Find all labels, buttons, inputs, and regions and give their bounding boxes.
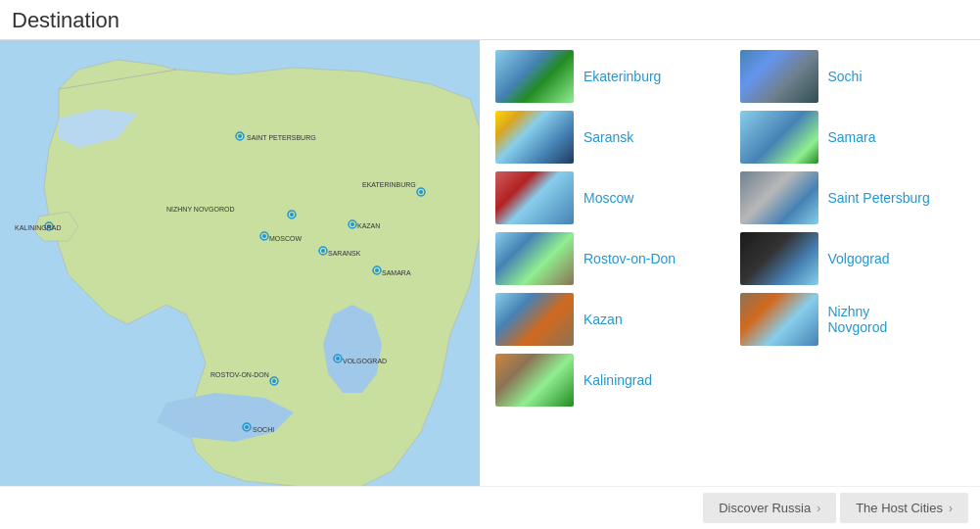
svg-point-11 [419,190,423,194]
russia-map: SAINT PETERSBURG KALININGRAD NIZHNY NOVG… [0,40,480,486]
svg-point-20 [321,249,325,253]
city-name-saransk[interactable]: Saransk [583,129,633,145]
city-name-kazan[interactable]: Kazan [583,312,623,327]
city-name-saint-petersburg[interactable]: Saint Petersburg [828,190,930,206]
city-thumb-ekaterinburg [495,50,574,103]
svg-point-2 [238,134,242,138]
city-item-saransk[interactable]: Saransk [495,111,721,164]
city-name-moscow[interactable]: Moscow [583,190,633,206]
host-cities-label: The Host Cities [856,501,943,515]
svg-point-8 [290,213,294,216]
city-item-nizhny[interactable]: NizhnyNovgorod [740,293,965,346]
page-container: Destination [0,0,980,529]
svg-text:MOSCOW: MOSCOW [269,235,302,242]
main-content: SAINT PETERSBURG KALININGRAD NIZHNY NOVG… [0,40,980,486]
city-thumb-volgograd [740,232,818,285]
city-thumb-saint-petersburg [740,171,818,224]
city-thumb-rostov [495,232,574,285]
city-item-kazan[interactable]: Kazan [495,293,721,346]
city-list-section: Ekaterinburg Saransk Moscow Rostov-on-Do… [480,40,980,486]
city-thumb-kazan [495,293,574,346]
city-item-saint-petersburg[interactable]: Saint Petersburg [740,171,965,224]
city-item-rostov[interactable]: Rostov-on-Don [495,232,721,285]
svg-text:SAMARA: SAMARA [382,269,411,276]
city-grid: Ekaterinburg Saransk Moscow Rostov-on-Do… [495,50,964,476]
svg-point-32 [245,425,249,429]
svg-text:ROSTOV-ON-DON: ROSTOV-ON-DON [210,371,269,378]
svg-point-17 [350,222,354,226]
discover-russia-label: Discover Russia [719,501,811,515]
city-thumb-moscow [495,171,574,224]
city-name-kaliningrad[interactable]: Kaliningrad [583,372,652,388]
svg-point-26 [336,357,340,361]
discover-russia-button[interactable]: Discover Russia › [703,493,836,523]
svg-text:KAZAN: KAZAN [357,222,380,229]
svg-point-23 [375,268,379,272]
svg-text:KALININGRAD: KALININGRAD [15,224,61,231]
city-item-volgograd[interactable]: Volgograd [740,232,965,285]
city-item-ekaterinburg[interactable]: Ekaterinburg [495,50,721,103]
city-item-samara[interactable]: Samara [740,111,965,164]
page-header: Destination [0,0,980,40]
city-item-moscow[interactable]: Moscow [495,171,721,224]
svg-text:NIZHNY NOVGOROD: NIZHNY NOVGOROD [166,206,235,213]
city-thumb-nizhny [740,293,818,346]
chevron-right-icon: › [817,502,820,515]
city-name-samara[interactable]: Samara [828,129,876,145]
city-thumb-saransk [495,111,574,164]
city-name-nizhny[interactable]: NizhnyNovgorod [828,304,888,335]
svg-text:SAINT PETERSBURG: SAINT PETERSBURG [247,134,316,141]
city-thumb-kaliningrad [495,354,574,407]
svg-text:SARANSK: SARANSK [328,250,361,257]
city-name-rostov[interactable]: Rostov-on-Don [583,251,676,266]
city-name-ekaterinburg[interactable]: Ekaterinburg [583,69,661,84]
map-section: SAINT PETERSBURG KALININGRAD NIZHNY NOVG… [0,40,480,486]
chevron-right-icon-2: › [949,502,953,515]
svg-point-29 [272,379,276,383]
svg-text:VOLGOGRAD: VOLGOGRAD [343,358,387,364]
footer-buttons: Discover Russia › The Host Cities › [0,486,980,529]
city-name-sochi[interactable]: Sochi [828,69,863,84]
city-thumb-samara [740,111,818,164]
svg-text:EKATERINBURG: EKATERINBURG [362,181,416,188]
svg-text:SOCHI: SOCHI [253,426,274,433]
host-cities-button[interactable]: The Host Cities › [840,493,968,523]
city-name-volgograd[interactable]: Volgograd [828,251,890,266]
page-title: Destination [12,8,968,33]
city-item-sochi[interactable]: Sochi [740,50,965,103]
svg-point-14 [262,234,266,238]
city-item-kaliningrad[interactable]: Kaliningrad [495,354,721,407]
city-thumb-sochi [740,50,818,103]
